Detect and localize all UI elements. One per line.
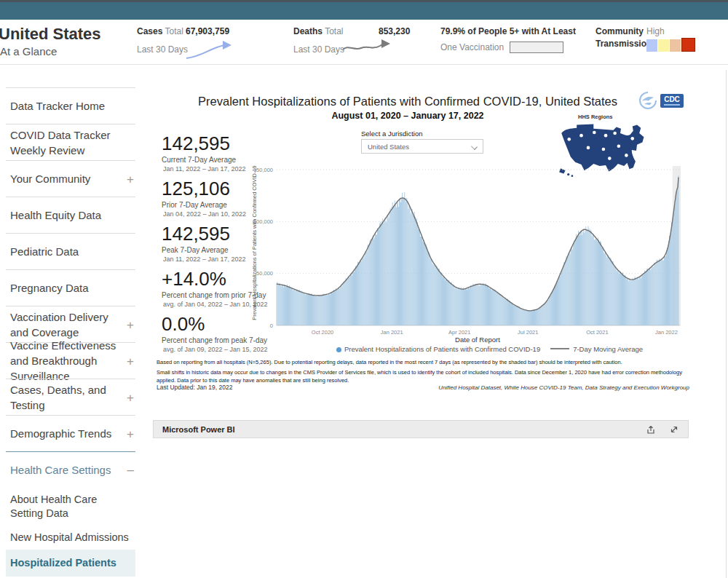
page-subtitle: At a Glance — [0, 45, 57, 58]
plus-icon[interactable]: + — [127, 171, 134, 186]
x-tick: Oct 2021 — [586, 329, 608, 336]
expand-icon[interactable] — [669, 424, 679, 435]
transmission-swatch — [670, 39, 681, 52]
plus-icon[interactable]: + — [127, 317, 134, 332]
jurisdiction-dropdown[interactable]: United States — [361, 139, 483, 154]
plus-icon[interactable]: + — [127, 426, 134, 441]
page: United States At a Glance Cases Total 67… — [0, 0, 728, 578]
vaccination-stat: 79.9% of People 5+ with At Least One Vac… — [440, 26, 576, 53]
plus-icon[interactable]: + — [127, 389, 134, 405]
sidebar-item-vaccination-delivery[interactable]: Vaccination Delivery and Coverage+ — [6, 306, 135, 342]
deaths-label: Deaths — [293, 26, 323, 36]
y-tick: 50,000 — [256, 270, 273, 277]
chevron-down-icon — [471, 143, 478, 150]
deaths-period: Last 30 Days — [293, 44, 344, 55]
cases-stat: Cases Total 67,903,759 Last 30 Days — [137, 26, 188, 55]
page-title: United States — [0, 25, 101, 44]
transmission-row2: Transmission — [596, 39, 646, 49]
powerbi-bar: Microsoft Power BI — [153, 420, 689, 438]
sidebar-nav: Data Tracker Home COVID Data Tracker Wee… — [6, 87, 135, 577]
content-right-border — [726, 70, 727, 578]
sidebar-item-hospitalized-patients[interactable]: Hospitalized Patients — [6, 550, 135, 577]
x-tick: Jan 2022 — [655, 329, 678, 336]
cases-sparkline-icon — [183, 41, 240, 61]
transmission-color-scale — [646, 39, 696, 52]
footnotes: Based on reporting from all hospitals (N… — [157, 358, 689, 387]
sidebar-item-your-community[interactable]: Your Community+ — [6, 160, 135, 197]
y-tick: 0 — [270, 322, 273, 329]
sidebar-item-data-tracker-home[interactable]: Data Tracker Home — [6, 87, 135, 124]
sidebar-section-health-care-settings[interactable]: Health Care Settings– — [6, 451, 135, 488]
cases-period: Last 30 Days — [137, 44, 188, 55]
sidebar-item-vaccine-effectiveness[interactable]: Vaccine Effectiveness and Breakthrough S… — [6, 342, 135, 379]
y-tick: 100,000 — [253, 218, 273, 225]
last-updated: Last Updated: Jan 19, 2022 — [157, 384, 232, 391]
sidebar-item-health-equity[interactable]: Health Equity Data — [6, 197, 135, 233]
deaths-total-value: 853,230 — [379, 26, 410, 36]
plus-icon[interactable]: + — [127, 353, 134, 368]
transmission-swatch — [658, 39, 669, 52]
legend-dot-icon — [336, 347, 341, 352]
vaccination-progress-bar — [510, 41, 563, 53]
sidebar-item-demographic-trends[interactable]: Demographic Trends+ — [6, 415, 135, 451]
header-divider — [0, 64, 728, 65]
agency-logos: CDC — [638, 90, 684, 111]
minus-icon[interactable]: – — [127, 463, 134, 478]
legend-series-label: Prevalent Hospitalizations of Patients w… — [344, 345, 540, 353]
jurisdiction-label: Select a Jurisdiction — [361, 130, 422, 138]
hhs-regions-label: HHS Regions — [578, 114, 613, 120]
cases-label: Cases — [137, 26, 162, 36]
jurisdiction-value: United States — [368, 143, 409, 151]
y-tick: 150,000 — [253, 167, 273, 173]
daily-bars — [277, 175, 679, 325]
x-tick: Oct 2020 — [312, 329, 333, 336]
deaths-sparkline-icon — [341, 38, 397, 58]
chart-title: Prevalent Hospitalizations of Patients w… — [153, 95, 662, 108]
sidebar-item-cases-deaths-testing[interactable]: Cases, Deaths, and Testing+ — [6, 379, 135, 415]
chart-legend[interactable]: Prevalent Hospitalizations of Patients w… — [251, 345, 728, 353]
sidebar-item-new-hospital-admissions[interactable]: New Hospital Admissions — [6, 526, 135, 550]
x-axis-label: Date of Report — [277, 336, 678, 344]
cases-label-suffix: Total — [165, 26, 183, 36]
footnote-2: Small shifts in historic data may occur … — [157, 368, 689, 384]
share-icon[interactable] — [646, 424, 656, 435]
hhs-logo-icon — [638, 90, 657, 111]
vaccination-line2: One Vaccination — [440, 42, 504, 52]
data-source: Unified Hospital Dataset, White House CO… — [438, 384, 689, 391]
cdc-logo: CDC — [660, 94, 684, 108]
powerbi-label: Microsoft Power BI — [162, 425, 235, 434]
top-accent-bar — [0, 0, 728, 20]
transmission-level: High — [646, 26, 696, 36]
legend-line-icon — [550, 348, 569, 349]
cases-total-value: 67,903,759 — [186, 26, 229, 36]
x-tick: Apr 2021 — [448, 329, 470, 336]
deaths-label-suffix: Total — [325, 26, 343, 36]
sidebar-item-pregnancy[interactable]: Pregnancy Data — [6, 269, 135, 306]
footnote-1: Based on reporting from all hospitals (N… — [157, 358, 689, 366]
deaths-stat: Deaths Total 853,230 Last 30 Days — [293, 26, 344, 55]
sidebar-item-about-health-care-setting-data[interactable]: About Health Care Setting Data — [6, 488, 135, 526]
x-tick: Jul 2021 — [518, 329, 538, 336]
vaccination-line1: 79.9% of People 5+ with At Least — [440, 26, 576, 36]
transmission-swatch — [646, 39, 657, 52]
transmission-swatch — [681, 38, 695, 52]
sidebar-item-weekly-review[interactable]: COVID Data Tracker Weekly Review — [6, 124, 135, 160]
sidebar-item-pediatric[interactable]: Pediatric Data — [6, 233, 135, 269]
legend-ma-label: 7-Day Moving Average — [573, 345, 643, 353]
community-transmission: Community High Transmission — [596, 26, 696, 52]
x-tick: Jan 2021 — [381, 329, 403, 336]
hospitalizations-chart: 050,000100,000150,000Oct 2020Jan 2021Apr… — [251, 160, 728, 348]
transmission-row1: Community — [596, 26, 646, 36]
